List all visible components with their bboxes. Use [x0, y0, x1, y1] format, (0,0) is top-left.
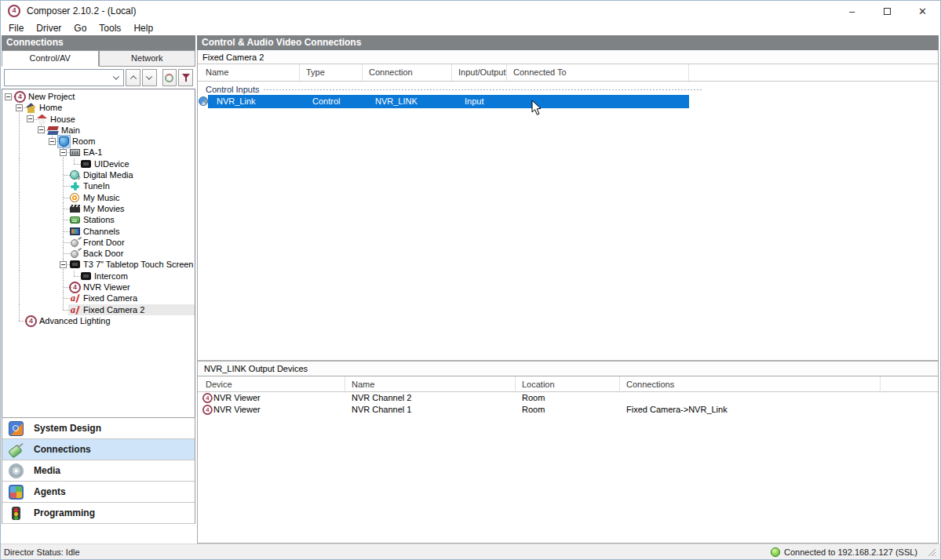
cell-name: NVR_Link: [210, 95, 256, 108]
output-column-header-name[interactable]: Name: [345, 376, 516, 393]
tree-expand-toggle[interactable]: [38, 126, 45, 133]
minimize-button[interactable]: –: [834, 1, 870, 21]
home-icon: [25, 102, 37, 114]
cell-connection: NVR_LINK: [369, 95, 418, 108]
find-next-button[interactable]: [142, 69, 157, 86]
control-binding-icon: [198, 96, 210, 107]
tree-item-stations[interactable]: Stations: [2, 214, 195, 225]
tree-item-label: Fixed Camera: [82, 293, 139, 304]
group-divider: [264, 89, 702, 90]
tree-item-new-project[interactable]: New Project: [2, 91, 195, 102]
refresh-button[interactable]: [162, 69, 177, 86]
close-button[interactable]: ✕: [905, 1, 940, 21]
tree-item-digital-media[interactable]: Digital Media: [2, 169, 195, 180]
tree-item-nvr-viewer[interactable]: NVR Viewer: [2, 282, 195, 293]
nav-item-media[interactable]: Media: [2, 460, 195, 482]
cell-device: NVR Viewer: [213, 404, 261, 416]
tree-item-fixed-camera-2[interactable]: Fixed Camera 2: [2, 304, 195, 315]
agents-icon: [9, 485, 24, 500]
tree-item-tunein[interactable]: TuneIn: [2, 180, 195, 191]
connection-status-icon: [771, 547, 780, 557]
tree-item-house[interactable]: House: [2, 114, 195, 125]
tree-expand-toggle[interactable]: [16, 104, 23, 111]
tree-item-room[interactable]: Room: [2, 136, 195, 147]
column-header-connection[interactable]: Connection: [363, 64, 452, 81]
tree-item-fixed-camera[interactable]: Fixed Camera: [2, 293, 195, 304]
output-device-row-1[interactable]: NVR ViewerNVR Channel 2Room: [198, 392, 938, 404]
tree-item-ea-1[interactable]: EA-1: [2, 147, 195, 158]
tree-item-label: Fixed Camera 2: [82, 305, 146, 315]
find-previous-button[interactable]: [126, 69, 140, 86]
maximize-button[interactable]: [870, 1, 905, 21]
menu-item-help[interactable]: Help: [127, 21, 159, 35]
output-column-header-connections[interactable]: Connections: [620, 376, 881, 393]
tree-expand-toggle[interactable]: [5, 93, 12, 100]
tree-item-label: Stations: [82, 215, 116, 225]
tree-item-channels[interactable]: Channels: [2, 226, 195, 237]
tree-item-label: House: [49, 115, 77, 125]
window-title: Composer 2.10.2 - (Local): [27, 5, 136, 16]
nav-item-agents[interactable]: Agents: [2, 482, 195, 503]
tree-item-home[interactable]: Home: [2, 102, 195, 113]
output-column-header-spacer: [881, 376, 941, 393]
channels-icon: [69, 226, 81, 238]
touchscreen-icon: [80, 158, 92, 170]
touchscreen-icon: [80, 271, 92, 282]
resize-grip-icon[interactable]: [927, 547, 936, 557]
output-column-header-device[interactable]: Device: [199, 376, 345, 393]
tab-network[interactable]: Network: [99, 50, 196, 66]
tree-item-front-door[interactable]: Front Door: [2, 237, 195, 248]
menu-item-driver[interactable]: Driver: [30, 21, 67, 35]
menu-item-file[interactable]: File: [2, 21, 30, 35]
window-controls: – ✕: [834, 1, 940, 21]
my-music-icon: [69, 192, 81, 204]
camera-icon: [69, 293, 81, 304]
search-combobox[interactable]: [4, 69, 124, 86]
tree-expand-toggle[interactable]: [60, 149, 67, 156]
output-devices-header: NVR_LINK Output Devices: [198, 362, 938, 376]
tree-item-label: EA-1: [82, 147, 104, 158]
nav-item-system-design[interactable]: System Design: [2, 418, 195, 439]
media-icon: [9, 464, 24, 478]
nav-item-label: Connections: [34, 444, 91, 455]
tree-item-uidevice[interactable]: UIDevice: [2, 158, 195, 169]
output-column-header-location[interactable]: Location: [516, 376, 620, 393]
control-inputs-group: Control Inputs: [206, 84, 938, 95]
nav-item-label: System Design: [34, 423, 101, 434]
filter-button[interactable]: [178, 69, 193, 86]
menu-item-tools[interactable]: Tools: [93, 21, 127, 35]
tree-expand-toggle[interactable]: [60, 261, 67, 268]
column-header-input-output[interactable]: Input/Output: [452, 64, 507, 81]
connection-row-nvr_link[interactable]: NVR_LinkControlNVR_LINKInput: [199, 95, 689, 108]
combo-dropdown-icon[interactable]: [111, 72, 122, 83]
tree-item-main[interactable]: Main: [2, 125, 195, 136]
tree-item-my-movies[interactable]: My Movies: [2, 203, 195, 214]
tree-item-back-door[interactable]: Back Door: [2, 248, 195, 259]
tree-expand-toggle[interactable]: [49, 138, 56, 145]
tree-item-my-music[interactable]: My Music: [2, 192, 195, 203]
cell-connected-to: [513, 95, 520, 108]
tree-item-label: Channels: [82, 227, 121, 237]
tree-item-advanced-lighting[interactable]: Advanced Lighting: [2, 315, 195, 326]
tree-item-label: Intercom: [93, 271, 129, 282]
tree-item-label: My Music: [82, 193, 121, 203]
cell-name: NVR Channel 1: [352, 404, 411, 416]
column-header-type[interactable]: Type: [300, 64, 363, 81]
tab-control-av[interactable]: Control/AV: [2, 50, 99, 67]
nav-item-connections[interactable]: Connections: [2, 439, 195, 460]
menu-item-go[interactable]: Go: [67, 21, 93, 35]
tree-expand-toggle[interactable]: [27, 115, 34, 122]
tree-item-intercom[interactable]: Intercom: [2, 271, 195, 282]
nav-item-programming[interactable]: Programming: [2, 503, 195, 524]
connection-status: Connected to 192.168.2.127 (SSL): [784, 547, 917, 557]
column-header-name[interactable]: Name: [199, 64, 300, 81]
output-device-row-2[interactable]: NVR ViewerNVR Channel 1RoomFixed Camera-…: [198, 404, 938, 416]
floor-icon: [47, 125, 59, 136]
nav-item-label: Media: [34, 465, 60, 476]
touchscreen-icon: [69, 259, 81, 271]
cell-location: Room: [522, 392, 545, 404]
column-header-connected-to[interactable]: Connected To: [507, 64, 689, 81]
cell-device: NVR Viewer: [213, 392, 261, 404]
tree-item-t3-7-tabletop-touch-screen[interactable]: T3 7" Tabletop Touch Screen: [2, 259, 195, 270]
tree-item-label: New Project: [27, 92, 76, 102]
